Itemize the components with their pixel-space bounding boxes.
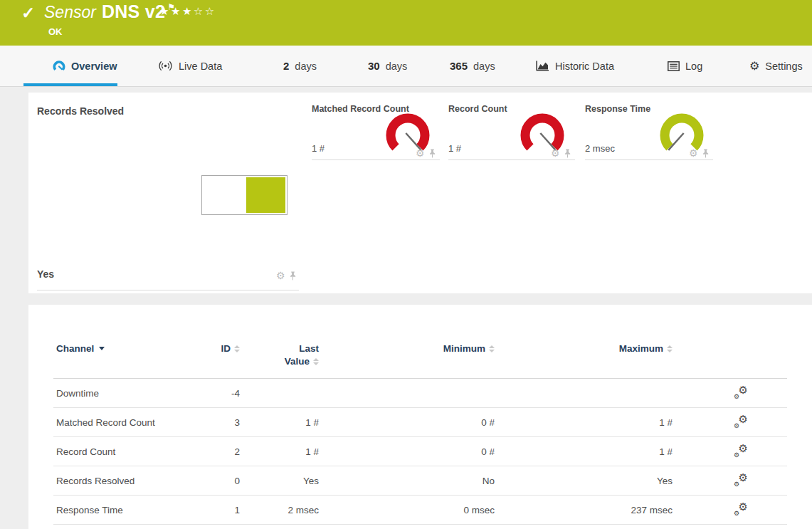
tile-divider xyxy=(312,159,440,160)
cell-maximum: 1 # xyxy=(495,417,673,428)
table-row-downtime: Downtime -4 ⚙⚙ xyxy=(53,379,787,408)
sensor-status-text: OK xyxy=(48,26,63,37)
tab-2-days[interactable]: 2 days xyxy=(283,46,317,86)
settings-gear-icon: ⚙ xyxy=(749,59,759,73)
gauge-tile-controls: ⚙ xyxy=(689,148,709,158)
table-row-records-resolved: Records Resolved 0 Yes No Yes ⚙⚙ xyxy=(53,466,787,496)
tab-historic-data-label: Historic Data xyxy=(555,61,614,72)
tab-365-days[interactable]: 365 days xyxy=(450,46,495,86)
gauge-value: 2 msec xyxy=(585,143,615,154)
gauge-title: Record Count xyxy=(448,104,507,114)
header-id-label: ID xyxy=(221,343,231,354)
cell-channel: Records Resolved xyxy=(56,476,199,486)
cell-id: 2 xyxy=(199,446,240,457)
historic-chart-icon xyxy=(536,61,549,71)
cell-channel: Matched Record Count xyxy=(56,417,199,428)
cell-last-value: 1 # xyxy=(240,417,319,428)
cell-minimum: 0 # xyxy=(319,417,495,428)
table-row-response-time: Response Time 1 2 msec 0 msec 237 msec ⚙… xyxy=(53,496,787,525)
header-channel[interactable]: Channel xyxy=(56,343,199,354)
tab-settings[interactable]: ⚙ Settings xyxy=(749,46,803,86)
gauge-value: 1 # xyxy=(312,143,325,154)
tab-365-days-label: days xyxy=(473,61,495,72)
log-icon xyxy=(668,61,680,71)
tab-live-data[interactable]: Live Data xyxy=(158,46,222,86)
records-resolved-title: Records Resolved xyxy=(37,105,124,117)
cell-last-value: Yes xyxy=(240,476,319,486)
cell-channel: Record Count xyxy=(56,446,199,457)
channel-settings-gears-icon[interactable]: ⚙⚙ xyxy=(734,503,748,516)
tab-settings-label: Settings xyxy=(765,61,802,72)
records-tile-controls: ⚙ xyxy=(276,271,296,281)
channel-settings-gears-icon[interactable]: ⚙⚙ xyxy=(734,416,748,429)
tile-gear-icon[interactable]: ⚙ xyxy=(689,148,698,158)
sensor-overview-page: ✓ SensorDNS v2⚑ ★★★☆☆ OK Overview Live D… xyxy=(0,0,812,529)
tile-gear-icon[interactable]: ⚙ xyxy=(551,148,560,158)
tile-pin-icon[interactable] xyxy=(290,271,296,281)
sort-toggle-icon xyxy=(234,345,240,352)
cell-minimum: No xyxy=(319,476,495,486)
priority-star-rating[interactable]: ★★★☆☆ xyxy=(159,5,216,18)
sensor-name: DNS v2 xyxy=(102,1,165,21)
tab-30-days[interactable]: 30 days xyxy=(368,46,407,86)
cell-maximum: Yes xyxy=(495,476,673,486)
tile-gear-icon[interactable]: ⚙ xyxy=(416,148,425,158)
cell-id: 3 xyxy=(199,417,240,428)
sensor-type-label: Sensor xyxy=(44,3,96,21)
tile-pin-icon[interactable] xyxy=(564,149,571,158)
channel-settings-gears-icon[interactable]: ⚙⚙ xyxy=(734,445,748,458)
records-resolved-value: Yes xyxy=(37,268,54,280)
tile-pin-icon[interactable] xyxy=(702,149,709,158)
tile-divider xyxy=(448,159,575,160)
cell-channel: Downtime xyxy=(56,388,199,399)
status-ok-check-icon: ✓ xyxy=(21,4,35,23)
tab-overview-label: Overview xyxy=(71,61,117,72)
tab-bar: Overview Live Data 2 days 30 days 365 da… xyxy=(0,46,812,87)
sort-toggle-icon xyxy=(489,345,495,352)
tab-30-days-label: days xyxy=(386,61,408,72)
cell-maximum: 237 msec xyxy=(495,505,673,515)
cell-maximum: 1 # xyxy=(495,446,673,457)
header-maximum-label: Maximum xyxy=(619,343,663,354)
tab-historic-data[interactable]: Historic Data xyxy=(536,46,614,86)
tab-365-days-number: 365 xyxy=(450,60,468,72)
sort-toggle-icon xyxy=(667,345,673,352)
header-last-value-line1: Last xyxy=(299,343,319,354)
header-channel-label: Channel xyxy=(56,343,94,354)
table-row-matched-record-count: Matched Record Count 3 1 # 0 # 1 # ⚙⚙ xyxy=(53,408,787,437)
sensor-title: SensorDNS v2⚑ xyxy=(44,1,175,22)
header-minimum[interactable]: Minimum xyxy=(319,343,495,354)
gauge-tile-controls: ⚙ xyxy=(551,148,571,158)
cell-minimum: 0 msec xyxy=(319,505,495,515)
sort-toggle-icon xyxy=(313,358,319,365)
header-id[interactable]: ID xyxy=(199,343,240,354)
header-maximum[interactable]: Maximum xyxy=(495,343,673,354)
cell-channel: Response Time xyxy=(56,505,199,515)
channel-table-panel: Channel ID Last Value Minimum xyxy=(28,305,812,529)
gauge-title: Response Time xyxy=(585,104,650,114)
gauge-value: 1 # xyxy=(448,143,461,154)
cell-last-value: 2 msec xyxy=(240,505,319,515)
header-last-value[interactable]: Last Value xyxy=(240,343,319,370)
gauge-tile-controls: ⚙ xyxy=(416,148,436,158)
tab-overview[interactable]: Overview xyxy=(53,46,117,86)
tile-divider xyxy=(37,290,299,290)
cell-minimum: 0 # xyxy=(319,446,495,457)
table-row-record-count: Record Count 2 1 # 0 # 1 # ⚙⚙ xyxy=(53,437,787,466)
tile-gear-icon[interactable]: ⚙ xyxy=(276,271,285,281)
overview-gauges-panel: Records Resolved Yes ⚙ Matched Record Co… xyxy=(28,93,812,293)
cell-id: 1 xyxy=(199,505,240,515)
channel-table: Channel ID Last Value Minimum xyxy=(53,305,787,525)
records-resolved-bar xyxy=(201,175,288,215)
cell-id: 0 xyxy=(199,476,240,486)
channel-settings-gears-icon[interactable]: ⚙⚙ xyxy=(734,474,748,487)
tab-log[interactable]: Log xyxy=(668,46,702,86)
tab-log-label: Log xyxy=(685,61,702,72)
tile-pin-icon[interactable] xyxy=(429,149,436,158)
cell-id: -4 xyxy=(199,388,240,399)
tab-2-days-label: days xyxy=(295,61,317,72)
sensor-header: ✓ SensorDNS v2⚑ ★★★☆☆ OK xyxy=(0,0,812,46)
channel-settings-gears-icon[interactable]: ⚙⚙ xyxy=(734,387,748,399)
header-minimum-label: Minimum xyxy=(443,343,485,354)
tab-2-days-number: 2 xyxy=(283,60,289,72)
